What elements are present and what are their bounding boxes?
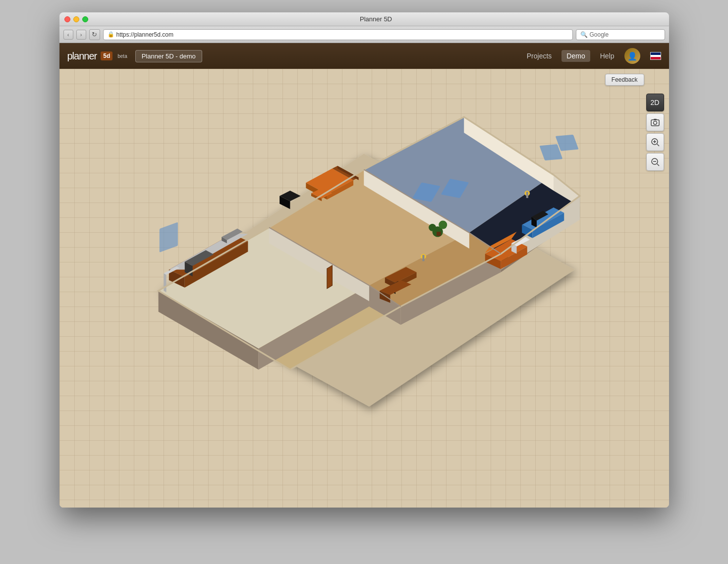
svg-marker-67 [164,273,166,292]
project-name[interactable]: Planner 5D - demo [135,50,202,62]
search-placeholder: Google [590,31,609,38]
floorplan-container [59,69,669,508]
search-icon: 🔍 [580,31,588,38]
minimize-button[interactable] [73,16,79,22]
window-title: Planner 5D [88,15,664,23]
floorplan-svg [74,91,654,485]
language-flag[interactable] [650,52,661,60]
svg-rect-31 [160,222,178,253]
close-button[interactable] [64,16,70,22]
app-header: planner 5d beta Planner 5D - demo Projec… [59,43,669,69]
reload-button[interactable]: ↻ [89,29,100,40]
search-bar[interactable]: 🔍 Google [576,29,665,40]
logo-box: 5d [101,51,112,60]
user-avatar[interactable]: 👤 [624,48,640,64]
title-bar: Planner 5D [59,12,669,26]
lock-icon: 🔒 [108,31,114,38]
svg-rect-74 [423,255,425,261]
svg-point-43 [429,224,436,231]
nav-demo[interactable]: Demo [561,50,590,62]
svg-point-42 [439,221,447,229]
url-text: https://planner5d.com [116,31,173,38]
traffic-lights [64,16,88,22]
nav-projects[interactable]: Projects [527,52,552,60]
beta-badge: beta [117,53,127,59]
svg-rect-44 [437,232,441,236]
forward-button[interactable]: › [76,30,86,40]
svg-rect-29 [540,144,563,160]
canvas-area: Feedback 2D [59,69,669,508]
logo-area: planner 5d beta [67,51,127,62]
url-bar[interactable]: 🔒 https://planner5d.com [103,29,573,40]
address-bar: ‹ › ↻ 🔒 https://planner5d.com 🔍 Google [59,26,669,43]
nav-help[interactable]: Help [600,52,615,60]
mac-window: Planner 5D ‹ › ↻ 🔒 https://planner5d.com… [59,12,669,508]
back-button[interactable]: ‹ [63,30,73,40]
maximize-button[interactable] [82,16,88,22]
header-nav: Projects Demo Help 👤 [527,48,661,64]
svg-rect-76 [526,192,528,198]
svg-rect-30 [556,135,579,151]
logo-text: planner [67,51,97,62]
